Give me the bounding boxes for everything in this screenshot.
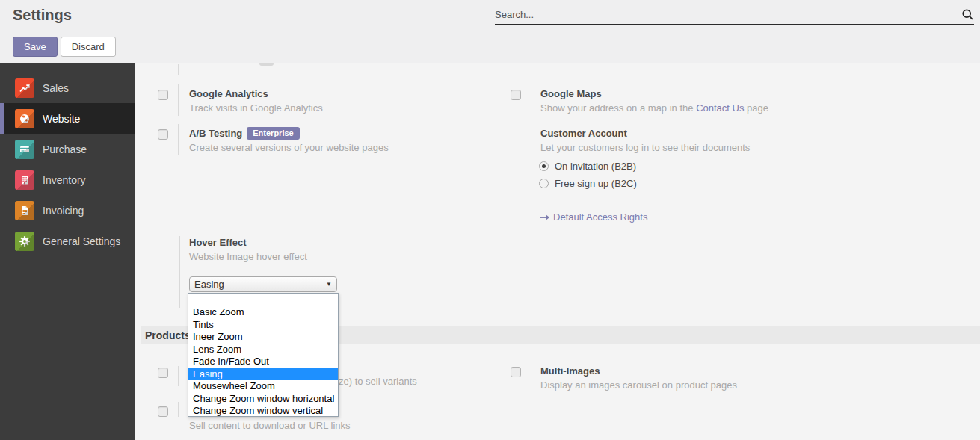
digital-content-checkbox[interactable] — [158, 406, 168, 417]
sidebar-item-invoicing[interactable]: Invoicing — [0, 195, 135, 226]
hover-effect-selected-value: Easing — [194, 279, 224, 290]
search-icon[interactable] — [961, 8, 974, 21]
hover-effect-dropdown-popup: Basic Zoom Tints Ineer Zoom Lens Zoom Fa… — [188, 293, 339, 417]
google-analytics-description: Track visits in Google Analytics — [189, 102, 323, 114]
sidebar-item-label: Website — [43, 113, 80, 125]
page-title: Settings — [13, 7, 72, 24]
sidebar-item-website[interactable]: Website — [0, 103, 135, 134]
google-maps-description: Show your address on a map in the Contac… — [540, 102, 768, 114]
arrow-right-icon — [540, 214, 550, 221]
dropdown-option-ineer-zoom[interactable]: Ineer Zoom — [188, 331, 338, 344]
digital-content-description: Sell content to download or URL links — [189, 420, 351, 431]
hover-effect-select[interactable]: Easing ▼ — [189, 276, 337, 292]
dropdown-option-basic-zoom[interactable]: Basic Zoom — [188, 306, 338, 319]
enterprise-badge: Enterprise — [247, 127, 299, 140]
sidebar-item-label: General Settings — [43, 235, 120, 247]
save-button[interactable]: Save — [13, 37, 58, 57]
dropdown-option-zoom-window-horizontal[interactable]: Change Zoom window horizontal — [188, 393, 338, 406]
sidebar-item-label: Inventory — [43, 174, 86, 186]
partially-visible-control — [259, 63, 274, 66]
free-signup-radio[interactable] — [539, 179, 549, 188]
sales-chart-icon — [15, 78, 34, 98]
separator — [178, 402, 179, 417]
dropdown-option-fade[interactable]: Fade In/Fade Out — [188, 356, 338, 368]
default-access-rights-label: Default Access Rights — [553, 211, 647, 223]
search-box — [495, 4, 974, 25]
google-analytics-title: Google Analytics — [189, 88, 268, 99]
customer-account-title: Customer Account — [540, 128, 627, 139]
sidebar-item-general-settings[interactable]: General Settings — [0, 226, 135, 256]
app-sidebar: Sales Website Purchase Inventory Invoici… — [0, 63, 135, 440]
partial-row-separator — [178, 64, 179, 75]
search-input[interactable] — [495, 9, 961, 20]
google-analytics-checkbox[interactable] — [158, 90, 168, 100]
ab-testing-description: Create several versions of your website … — [189, 142, 389, 153]
separator — [531, 124, 531, 226]
ab-testing-checkbox[interactable] — [158, 129, 168, 140]
google-maps-description-prefix: Show your address on a map in the — [540, 102, 696, 114]
sidebar-item-purchase[interactable]: Purchase — [0, 134, 135, 164]
google-maps-title: Google Maps — [540, 88, 602, 99]
dropdown-option-blank[interactable] — [188, 294, 338, 306]
sidebar-item-label: Purchase — [43, 143, 87, 155]
dropdown-option-easing-highlighted[interactable]: Easing — [188, 368, 338, 381]
ab-testing-title: A/B TestingEnterprise — [189, 128, 300, 140]
attributes-variants-description-fragment: ze) to sell variants — [339, 376, 417, 387]
separator — [531, 84, 531, 116]
multi-images-description: Display an images carousel on product pa… — [540, 379, 737, 391]
free-signup-label: Free sign up (B2C) — [555, 178, 637, 189]
sidebar-item-label: Sales — [43, 82, 69, 94]
header: Settings Save Discard — [0, 0, 980, 63]
attributes-variants-checkbox[interactable] — [158, 368, 168, 378]
sidebar-item-sales[interactable]: Sales — [0, 72, 135, 103]
separator — [178, 366, 179, 386]
hover-effect-description: Website Image hover effect — [189, 251, 307, 262]
settings-content: Google Analytics Track visits in Google … — [135, 63, 980, 440]
globe-icon — [15, 109, 34, 128]
contact-us-link[interactable]: Contact Us — [696, 102, 744, 114]
multi-images-title: Multi-Images — [540, 365, 600, 377]
hover-effect-title: Hover Effect — [189, 237, 247, 248]
dropdown-option-tints[interactable]: Tints — [188, 319, 338, 332]
products-section-title: Products — [141, 329, 191, 341]
separator — [531, 363, 531, 394]
multi-images-checkbox[interactable] — [511, 367, 521, 377]
header-buttons: Save Discard — [13, 37, 116, 57]
on-invitation-radio[interactable] — [539, 161, 549, 171]
dropdown-option-zoom-window-vertical[interactable]: Change Zoom window vertical — [188, 405, 338, 418]
customer-account-description: Let your customers log in to see their d… — [540, 142, 750, 153]
dropdown-option-lens-zoom[interactable]: Lens Zoom — [188, 344, 338, 356]
dropdown-option-mousewheel-zoom[interactable]: Mousewheel Zoom — [188, 380, 338, 393]
on-invitation-label: On invitation (B2B) — [555, 161, 636, 172]
separator — [178, 84, 179, 116]
document-icon — [15, 201, 34, 220]
separator — [178, 124, 179, 155]
discard-button[interactable]: Discard — [61, 37, 116, 57]
ab-testing-title-text: A/B Testing — [189, 128, 242, 139]
google-maps-checkbox[interactable] — [511, 90, 521, 100]
default-access-rights-link[interactable]: Default Access Rights — [540, 211, 647, 223]
google-maps-description-suffix: page — [744, 102, 768, 114]
gear-icon — [15, 232, 34, 251]
credit-card-icon — [15, 140, 34, 159]
select-caret-icon: ▼ — [326, 281, 332, 288]
sidebar-item-label: Invoicing — [43, 205, 84, 217]
sidebar-item-inventory[interactable]: Inventory — [0, 164, 135, 195]
settings-page: Settings Save Discard Sales Website — [0, 0, 980, 440]
building-icon — [15, 170, 34, 190]
separator — [179, 236, 180, 308]
